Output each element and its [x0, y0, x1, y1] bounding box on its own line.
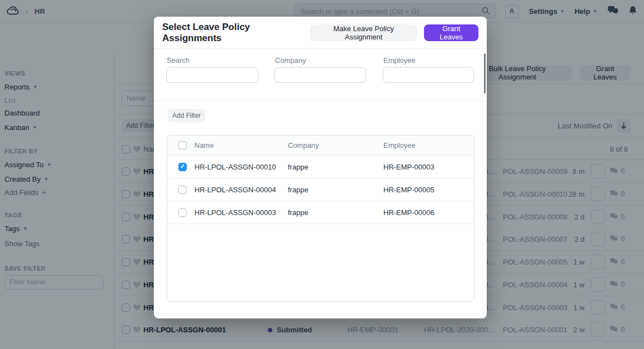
- modal-select-all-checkbox[interactable]: [178, 141, 187, 149]
- modal-table-row[interactable]: HR-LPOL-ASSGN-00003 frappe HR-EMP-00006: [167, 201, 474, 224]
- employee-field: [383, 67, 474, 83]
- modal-add-filter-button[interactable]: Add Filter: [168, 109, 205, 122]
- modal-employee-input[interactable]: [383, 68, 473, 82]
- make-leave-policy-assignment-button[interactable]: Make Leave Policy Assignment: [310, 24, 418, 41]
- modal-column-employee: Employee: [383, 141, 416, 149]
- modal-row-name[interactable]: HR-LPOL-ASSGN-00003: [194, 208, 276, 217]
- modal-title: Select Leave Policy Assignments: [162, 22, 303, 44]
- employee-field-label: Employee: [383, 56, 416, 64]
- search-field-label: Search: [167, 56, 189, 64]
- modal-search-input[interactable]: [167, 68, 258, 82]
- modal-row-checkbox[interactable]: [178, 186, 187, 194]
- modal-row-name[interactable]: HR-LPOL-ASSGN-00010: [194, 163, 276, 171]
- modal-company-input[interactable]: [275, 68, 366, 82]
- modal-table: Name Company Employee HR-LPOL-ASSGN-0001…: [167, 135, 475, 302]
- modal-scrollbar[interactable]: [484, 53, 486, 93]
- modal-row-company: frappe: [288, 186, 308, 194]
- divider: [154, 101, 487, 101]
- modal-row-employee: HR-EMP-00005: [383, 186, 435, 194]
- modal-table-row[interactable]: HR-LPOL-ASSGN-00010 frappe HR-EMP-00003: [167, 156, 474, 178]
- modal-row-employee: HR-EMP-00006: [383, 208, 435, 217]
- grant-leaves-button[interactable]: Grant Leaves: [424, 24, 478, 41]
- modal-table-header: Name Company Employee: [167, 136, 474, 156]
- search-field: [166, 67, 258, 83]
- modal-row-employee: HR-EMP-00003: [383, 163, 435, 171]
- modal-column-name: Name: [194, 141, 214, 149]
- modal-row-company: frappe: [288, 163, 308, 171]
- modal-table-row[interactable]: HR-LPOL-ASSGN-00004 frappe HR-EMP-00005: [167, 178, 474, 201]
- modal-row-checkbox[interactable]: [178, 208, 187, 217]
- company-field-label: Company: [275, 56, 306, 64]
- select-leave-policy-assignments-modal: Select Leave Policy Assignments Make Lea…: [154, 17, 487, 318]
- modal-header: Select Leave Policy Assignments Make Lea…: [154, 17, 487, 49]
- company-field: [274, 67, 366, 83]
- modal-row-company: frappe: [288, 208, 308, 217]
- modal-row-name[interactable]: HR-LPOL-ASSGN-00004: [194, 186, 276, 194]
- modal-column-company: Company: [288, 141, 319, 149]
- modal-row-checkbox[interactable]: [178, 163, 187, 171]
